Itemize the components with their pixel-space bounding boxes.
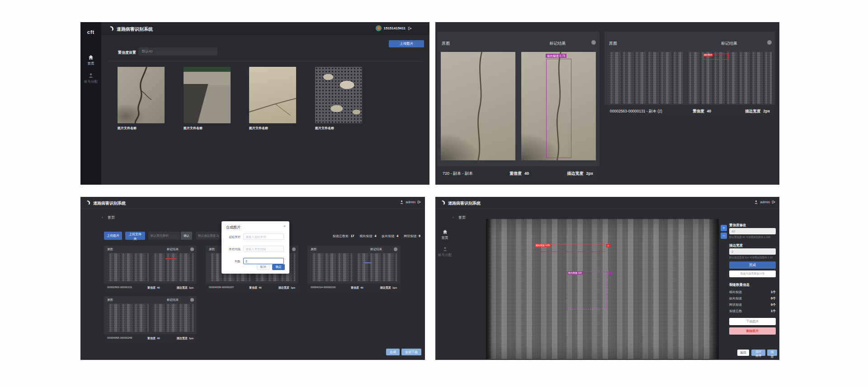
marked-result-label: 标记结果 [152, 247, 193, 252]
annotation-canvas-image[interactable]: 横向裂缝 0.55 × 纵向裂缝 100 [486, 219, 719, 359]
file-name: 720 - 副本 - 副本 [443, 171, 473, 177]
recalculate-button[interactable]: 裂缝与病害重新计算 [729, 270, 776, 277]
avatar[interactable] [376, 25, 382, 31]
compose-button[interactable]: 合成 [386, 349, 400, 355]
sidebar-item-accounts[interactable]: 账号分配 [435, 247, 454, 257]
original-image-label: 原图 [209, 247, 215, 252]
back-chevron-icon[interactable]: ‹ [453, 215, 454, 219]
done-button[interactable]: 完成 [729, 261, 776, 269]
stroke-width-label: 描边宽度 [729, 243, 743, 248]
marked-image: 纵向裂缝 0.75 [521, 52, 596, 160]
field-label: 起始里程 [222, 235, 241, 239]
save-button[interactable]: 保存 [767, 350, 777, 356]
breadcrumb-home[interactable]: 首页 [458, 215, 466, 219]
delete-image-button[interactable]: 删除图片 [729, 327, 776, 335]
column-count-input[interactable] [243, 258, 284, 264]
close-icon[interactable]: × [283, 224, 286, 228]
screenshot-canvas: cft 首页 账号分配 道路病害识别系统 15151415411 上传图片 置信… [0, 0, 868, 387]
delete-annotation-icon[interactable]: × [606, 244, 610, 247]
user-name: admin [760, 200, 770, 204]
app-title: 道路病害识别系统 [448, 200, 481, 206]
start-mileage-input[interactable] [243, 233, 284, 240]
card-status-dot-icon[interactable] [292, 247, 296, 251]
card-status-dot-icon[interactable] [190, 298, 194, 302]
stroke-kv: 描边宽度1px [177, 286, 193, 290]
stroke-kv: 描边宽度1px [177, 336, 193, 340]
logout-icon[interactable] [417, 200, 421, 204]
download-image-button[interactable]: 下载图片 [729, 318, 776, 325]
sidebar-item-home[interactable]: 首页 [80, 55, 101, 66]
original-image [608, 52, 683, 104]
detection-label: 横向裂缝 [703, 54, 713, 56]
sidebar-item-home[interactable]: 首页 [435, 229, 454, 240]
original-image-label: 原图 [609, 41, 617, 47]
confidence-input[interactable] [148, 232, 180, 240]
image-card[interactable]: 图片文件名称 [118, 67, 165, 123]
confidence-edit-label: 置信度修改 [729, 223, 746, 228]
user-info: admin [400, 200, 421, 204]
marked-result-label: 标记结果 [687, 41, 772, 47]
original-image [441, 52, 515, 160]
image-card[interactable]: 图片文件名称 [184, 67, 231, 123]
stroke-width-input[interactable] [196, 232, 220, 240]
panel-gallery: 道路病害识别系统 admin ‹ 首页 上传图片 上传文件夹 确认 确认 裂缝总… [80, 197, 425, 360]
sidebar-item-label: 账号分配 [84, 79, 98, 84]
marked-image [152, 304, 193, 332]
breadcrumb-home[interactable]: 首页 [108, 215, 115, 219]
image-caption: 图片文件名称 [184, 126, 203, 131]
count-row: 网状裂缝0个 [729, 303, 776, 307]
image-card[interactable]: 图片文件名称 [249, 67, 296, 123]
count-row: 纵向裂缝0个 [729, 296, 776, 301]
card-status-dot-icon[interactable] [190, 247, 194, 251]
card-status-dot-icon[interactable] [591, 40, 596, 45]
back-chevron-icon[interactable]: ‹ [102, 215, 103, 219]
run-inference-button[interactable]: 运行推理 [751, 350, 765, 356]
result-card[interactable]: 原图 标记结果 00004055-00000249 置信度40 描边宽度1px [104, 296, 197, 342]
detection-box-purple[interactable]: 纵向裂缝 100 [567, 271, 607, 309]
brand-icon [109, 26, 114, 31]
download-all-button[interactable]: 全部下载 [401, 349, 421, 355]
confidence-kv: 置信度40 [351, 286, 363, 290]
zoom-in-button[interactable]: + [721, 225, 727, 231]
crack-statistics: 裂缝总数量:17 横向裂缝:4 纵向裂缝:4 网状裂缝:9 [333, 234, 420, 238]
original-image-label: 原图 [442, 41, 450, 47]
count-row: 横向裂缝1个 [729, 290, 776, 294]
confirm-button[interactable]: 确定 [272, 264, 285, 270]
confidence-confirm-button[interactable]: 确认 [181, 232, 192, 240]
image-caption: 图片文件名称 [249, 126, 268, 131]
marked-result-label: 标记结果 [152, 298, 193, 302]
result-card[interactable]: 原图 标记结果 00004214-00000216 置信度40 描边宽度1px [307, 246, 400, 292]
image-card[interactable]: 图片文件名称 [315, 67, 362, 123]
breadcrumb[interactable]: ‹ 首页 [102, 215, 115, 220]
original-image-label: 原图 [311, 247, 316, 252]
detection-box-red[interactable]: 横向裂缝 [703, 54, 728, 60]
stroke-kv: 描边宽度1px [380, 286, 397, 290]
delete-annotation-icon[interactable] [609, 271, 612, 275]
upload-image-button[interactable]: 上传图片 [104, 232, 122, 240]
result-card[interactable]: 原图 标记结果 00002563-00000131 置信度40 描边宽度1px [104, 246, 197, 292]
stroke-kv: 描边宽度1px [278, 286, 295, 290]
zoom-out-button[interactable]: − [721, 233, 727, 239]
card-status-dot-icon[interactable] [767, 40, 772, 45]
result-card: 原图 标记结果 横向裂缝 00002563-00000131 - 副本 (2) … [604, 32, 775, 118]
detection-box-purple[interactable]: 纵向裂缝 0.75 [546, 59, 571, 158]
card-status-dot-icon[interactable] [394, 247, 397, 251]
upload-image-button[interactable]: 上传图片 [389, 40, 424, 47]
panel-home-upload: cft 首页 账号分配 道路病害识别系统 15151415411 上传图片 置信… [80, 22, 429, 185]
upload-folder-button[interactable]: 上传文件夹 [125, 232, 145, 240]
logout-icon[interactable] [408, 26, 412, 31]
file-name: 00002563-00000131 - 副本 (2) [610, 109, 662, 114]
cancel-button[interactable]: 取消 [257, 264, 269, 270]
confidence-edit-input[interactable] [729, 228, 776, 234]
sidebar-item-accounts[interactable]: 账号分配 [80, 73, 101, 84]
breadcrumb[interactable]: ‹ 首页 [453, 215, 466, 220]
logout-icon[interactable] [772, 200, 776, 204]
confidence-setting-input[interactable] [138, 47, 217, 56]
stroke-width-input[interactable] [729, 248, 776, 255]
user-info: admin [754, 200, 776, 204]
user-phone: 15151415411 [384, 26, 406, 30]
mileage-interval-input[interactable] [243, 246, 284, 252]
confidence-kv: 置信度40 [509, 171, 529, 177]
detection-box-red[interactable]: 横向裂缝 0.55 × [535, 244, 605, 252]
back-button[interactable]: 返回 [737, 350, 749, 356]
